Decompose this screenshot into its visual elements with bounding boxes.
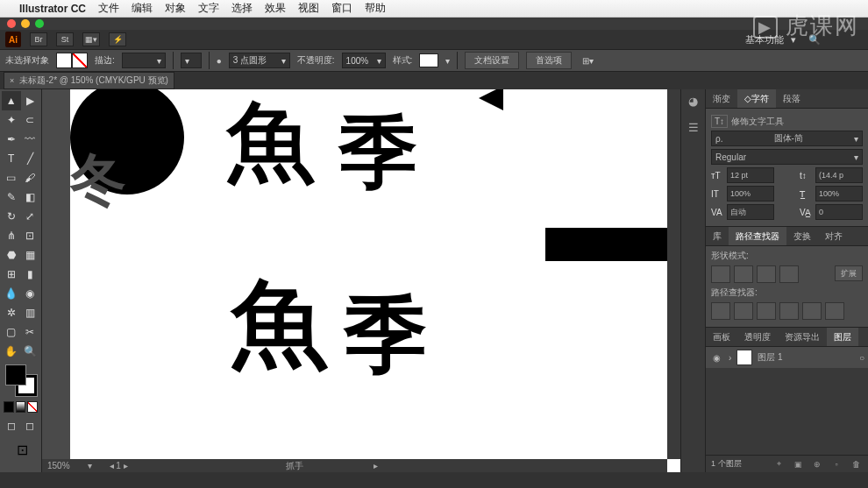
slice-tool[interactable]: ✂ <box>21 322 40 342</box>
color-mode-gradient[interactable] <box>16 401 26 413</box>
draw-normal-icon[interactable]: ◻ <box>4 416 20 435</box>
menu-file[interactable]: 文件 <box>98 1 119 16</box>
menu-effect[interactable]: 效果 <box>265 1 286 16</box>
tab-align[interactable]: 对齐 <box>818 227 850 245</box>
scale-tool[interactable]: ⤢ <box>21 207 40 226</box>
stroke-swatch[interactable] <box>72 53 88 68</box>
expand-button[interactable]: 扩展 <box>835 265 863 281</box>
color-mode-solid[interactable] <box>4 401 14 413</box>
menu-select[interactable]: 选择 <box>231 1 253 16</box>
leading-input[interactable]: (14.4 p <box>815 167 863 183</box>
minus-back-button[interactable] <box>825 302 844 320</box>
menu-type[interactable]: 文字 <box>198 1 219 16</box>
unite-button[interactable] <box>711 265 730 283</box>
tab-artboards[interactable]: 画板 <box>706 328 737 346</box>
magic-wand-tool[interactable]: ✦ <box>2 110 21 130</box>
divide-button[interactable] <box>711 302 730 320</box>
tab-pathfinder[interactable]: 路径查找器 <box>729 227 786 245</box>
mesh-tool[interactable]: ⊞ <box>2 265 21 284</box>
hscale-input[interactable]: 100% <box>815 186 863 202</box>
brush-def-input[interactable]: 3 点圆形▾ <box>229 53 290 68</box>
fill-color-box[interactable] <box>5 364 26 385</box>
close-tab-icon[interactable]: × <box>10 76 14 85</box>
tab-paragraph[interactable]: 段落 <box>776 89 808 108</box>
gradient-tool[interactable]: ▮ <box>21 265 40 284</box>
font-style-input[interactable]: Regular▾ <box>711 149 863 165</box>
bridge-icon[interactable]: Br <box>30 32 47 46</box>
stroke-weight-input[interactable]: ▾ <box>122 53 166 68</box>
blend-tool[interactable]: ◉ <box>21 284 40 303</box>
kerning-input[interactable]: 自动 <box>727 204 774 220</box>
stock-icon[interactable]: St <box>56 32 74 46</box>
paintbrush-tool[interactable]: 🖌 <box>21 168 40 187</box>
horizontal-scrollbar[interactable]: 150%▾ ◂ 1 ▸ 抓手 ▸ <box>42 459 667 472</box>
layer-expand-icon[interactable]: › <box>729 353 731 363</box>
new-layer-icon[interactable]: ▫ <box>829 457 843 471</box>
tab-asset-export[interactable]: 资源导出 <box>778 328 827 346</box>
shape-builder-tool[interactable]: ⬣ <box>2 245 21 265</box>
tab-library[interactable]: 库 <box>706 227 729 245</box>
touch-type-icon[interactable]: T↕ <box>711 115 728 128</box>
zoom-tool[interactable]: 🔍 <box>21 342 40 361</box>
graphic-style-swatch[interactable] <box>419 53 438 67</box>
tab-character[interactable]: ◇ 字符 <box>737 89 776 108</box>
rectangle-tool[interactable]: ▭ <box>2 168 21 187</box>
tracking-input[interactable]: 0 <box>815 204 863 220</box>
layer-row[interactable]: ◉ › 图层 1 ○ <box>706 347 868 368</box>
properties-panel-icon[interactable]: ☰ <box>686 119 701 135</box>
outline-button[interactable] <box>802 302 822 320</box>
intersect-button[interactable] <box>757 265 776 283</box>
eyedropper-tool[interactable]: 💧 <box>2 284 21 303</box>
menu-window[interactable]: 窗口 <box>331 1 352 16</box>
line-tool[interactable]: ╱ <box>21 149 40 168</box>
layer-name[interactable]: 图层 1 <box>758 351 782 364</box>
curvature-tool[interactable]: 〰 <box>21 130 40 149</box>
color-panel-icon[interactable]: ◕ <box>686 93 701 109</box>
new-sublayer-icon[interactable]: ⊕ <box>810 457 824 471</box>
minimize-window-button[interactable] <box>21 19 30 28</box>
eraser-tool[interactable]: ◧ <box>21 187 40 207</box>
align-dropdown-icon[interactable]: ⊞▾ <box>582 56 594 66</box>
gpu-icon[interactable]: ⚡ <box>109 32 126 46</box>
exclude-button[interactable] <box>779 265 799 283</box>
menu-object[interactable]: 对象 <box>165 1 186 16</box>
vertical-scrollbar[interactable] <box>667 89 680 459</box>
selection-tool[interactable]: ▲ <box>2 91 21 110</box>
artboard-tool[interactable]: ▢ <box>2 322 21 342</box>
tab-layers[interactable]: 图层 <box>827 328 858 346</box>
fill-stroke-control[interactable] <box>5 364 37 396</box>
hand-tool[interactable]: ✋ <box>2 342 21 361</box>
tab-transparency[interactable]: 透明度 <box>737 328 778 346</box>
zoom-level[interactable]: 150% <box>47 461 70 470</box>
pen-tool[interactable]: ✒ <box>2 130 21 149</box>
arrange-docs-icon[interactable]: ▦▾ <box>82 32 100 46</box>
tab-gradient[interactable]: 渐变 <box>706 89 737 108</box>
locate-layer-icon[interactable]: ⌖ <box>772 457 786 471</box>
close-window-button[interactable] <box>7 19 16 28</box>
clip-mask-icon[interactable]: ▣ <box>791 457 805 471</box>
direct-selection-tool[interactable]: ▶ <box>21 91 40 110</box>
font-size-input[interactable]: 12 pt <box>727 167 774 183</box>
fill-swatch[interactable] <box>56 53 72 68</box>
opacity-input[interactable]: 100%▾ <box>342 53 386 68</box>
delete-layer-icon[interactable]: 🗑 <box>849 457 863 471</box>
menu-view[interactable]: 视图 <box>298 1 319 16</box>
canvas[interactable]: 冬 魚 季 魚 季 150%▾ ◂ 1 ▸ 抓手 ▸ <box>42 89 680 472</box>
document-tab[interactable]: × 未标题-2* @ 150% (CMYK/GPU 预览) <box>4 72 174 89</box>
maximize-window-button[interactable] <box>35 19 44 28</box>
font-family-input[interactable]: ρ.圆体-简▾ <box>711 131 863 146</box>
style-dropdown-icon[interactable]: ▾ <box>445 56 450 66</box>
visibility-toggle-icon[interactable]: ◉ <box>709 353 723 363</box>
trim-button[interactable] <box>734 302 753 320</box>
vp-dropdown[interactable]: ▾ <box>181 53 202 68</box>
lasso-tool[interactable]: ⊂ <box>21 110 40 130</box>
perspective-tool[interactable]: ▦ <box>21 245 40 265</box>
tab-transform[interactable]: 变换 <box>786 227 818 245</box>
screen-mode-button[interactable]: ⊡ <box>2 437 42 462</box>
layer-target-icon[interactable]: ○ <box>859 353 864 363</box>
width-tool[interactable]: ⋔ <box>2 226 21 245</box>
free-transform-tool[interactable]: ⊡ <box>21 226 40 245</box>
merge-button[interactable] <box>757 302 776 320</box>
graph-tool[interactable]: ▥ <box>21 303 40 322</box>
app-name[interactable]: Illustrator CC <box>19 3 86 15</box>
